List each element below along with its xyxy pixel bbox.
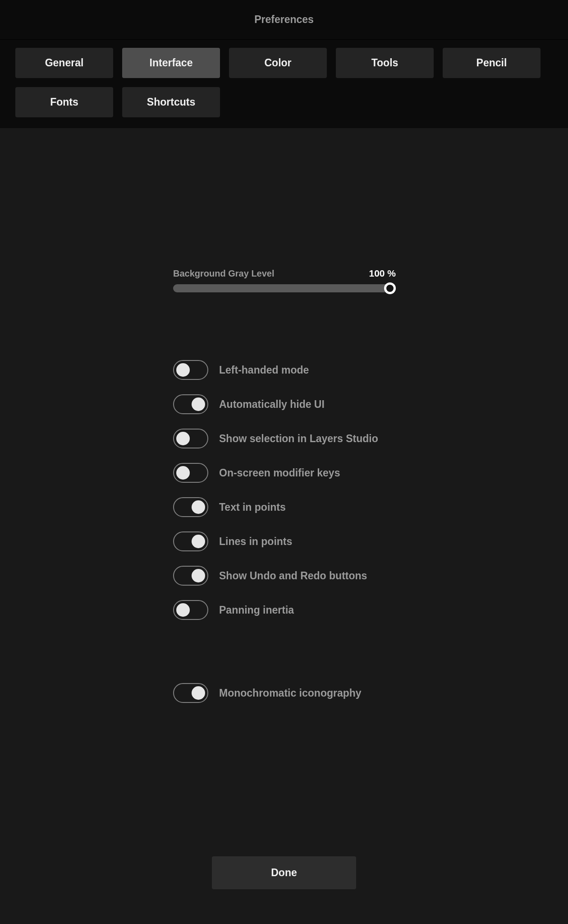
toggle-label: Panning inertia (219, 604, 294, 616)
content: Background Gray Level 100 % Left-handed … (0, 128, 568, 889)
toggle-label: Monochromatic iconography (219, 687, 362, 699)
toggle-knob (192, 500, 205, 514)
toggle-row-auto-hide-ui: Automatically hide UI (173, 394, 395, 414)
tab-color[interactable]: Color (229, 48, 327, 78)
tab-shortcuts[interactable]: Shortcuts (122, 87, 220, 117)
toggle-label: Show Undo and Redo buttons (219, 570, 367, 582)
toggle-row-undo-redo: Show Undo and Redo buttons (173, 566, 395, 586)
tab-interface[interactable]: Interface (122, 48, 220, 78)
tab-pencil[interactable]: Pencil (443, 48, 541, 78)
toggle-knob (176, 363, 190, 377)
toggle-label: Left-handed mode (219, 364, 309, 376)
titlebar: Preferences (0, 0, 568, 40)
tab-bar: General Interface Color Tools Pencil Fon… (0, 40, 568, 128)
slider-thumb[interactable] (384, 282, 396, 294)
toggle-row-show-selection: Show selection in Layers Studio (173, 429, 395, 448)
toggle-monochromatic[interactable] (173, 683, 208, 703)
toggle-label: On-screen modifier keys (219, 467, 340, 479)
toggle-label: Lines in points (219, 536, 292, 548)
toggle-auto-hide-ui[interactable] (173, 394, 208, 414)
tab-general[interactable]: General (15, 48, 113, 78)
background-gray-level-slider[interactable] (173, 284, 396, 292)
page-title: Preferences (254, 14, 314, 26)
slider-label: Background Gray Level (173, 268, 275, 279)
toggle-text-in-points[interactable] (173, 497, 208, 517)
toggle-row-left-handed: Left-handed mode (173, 360, 395, 380)
done-button[interactable]: Done (212, 856, 356, 889)
toggle-list: Left-handed mode Automatically hide UI S… (173, 360, 395, 620)
toggle-row-panning-inertia: Panning inertia (173, 600, 395, 620)
toggle-row-monochromatic: Monochromatic iconography (173, 683, 395, 703)
toggle-knob (176, 432, 190, 445)
toggle-lines-in-points[interactable] (173, 531, 208, 551)
background-gray-level-section: Background Gray Level 100 % (173, 268, 396, 292)
toggle-row-text-in-points: Text in points (173, 497, 395, 517)
slider-header: Background Gray Level 100 % (173, 268, 396, 279)
slider-value: 100 % (369, 268, 396, 279)
toggle-modifier-keys[interactable] (173, 463, 208, 483)
toggle-knob (176, 466, 190, 480)
toggle-row-modifier-keys: On-screen modifier keys (173, 463, 395, 483)
toggle-label: Automatically hide UI (219, 398, 325, 411)
toggle-knob (192, 569, 205, 582)
footer: Done (173, 856, 395, 889)
toggle-show-selection[interactable] (173, 429, 208, 448)
tab-fonts[interactable]: Fonts (15, 87, 113, 117)
toggle-knob (192, 397, 205, 411)
toggle-left-handed[interactable] (173, 360, 208, 380)
toggle-knob (192, 686, 205, 700)
toggle-undo-redo[interactable] (173, 566, 208, 586)
toggle-label: Text in points (219, 501, 286, 513)
toggle-label: Show selection in Layers Studio (219, 433, 378, 445)
toggle-row-lines-in-points: Lines in points (173, 531, 395, 551)
toggle-knob (176, 603, 190, 617)
toggle-panning-inertia[interactable] (173, 600, 208, 620)
toggle-knob (192, 535, 205, 548)
tab-tools[interactable]: Tools (336, 48, 434, 78)
